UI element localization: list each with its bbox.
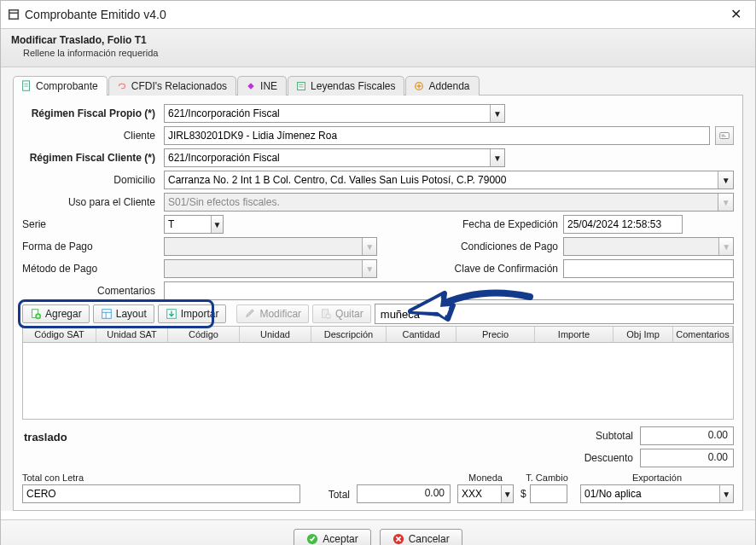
uso-cliente-value (165, 194, 718, 210)
label-metodo-pago: Método de Pago (22, 263, 159, 275)
chevron-down-icon[interactable]: ▼ (719, 485, 733, 502)
label-total: Total (307, 489, 350, 503)
link-icon (116, 80, 128, 92)
col-header[interactable]: Importe (535, 327, 614, 342)
label-serie: Serie (22, 218, 159, 230)
aceptar-button[interactable]: Aceptar (294, 529, 370, 545)
forma-pago-select: ▼ (164, 237, 377, 256)
col-header[interactable]: Unidad SAT (96, 327, 168, 342)
chevron-down-icon: ▼ (718, 238, 733, 255)
cancel-icon (393, 533, 404, 545)
quitar-button: Quitar (312, 304, 371, 323)
label-domicilio: Domicilio (22, 174, 159, 186)
uso-cliente-select: ▼ (164, 193, 734, 212)
layout-icon (101, 308, 113, 320)
tab-ine[interactable]: INE (237, 76, 287, 96)
svg-rect-10 (720, 133, 730, 139)
moneda-select[interactable]: ▼ (457, 484, 514, 503)
domicilio-select[interactable]: ▼ (164, 171, 734, 189)
label-exportacion: Exportación (580, 473, 734, 483)
svg-rect-15 (102, 310, 111, 319)
cliente-lookup-button[interactable] (715, 126, 734, 145)
page-subtitle: Modificar Traslado, Folio T1 (11, 34, 745, 46)
chevron-down-icon[interactable]: ▼ (501, 485, 513, 502)
totals-area: traslado Subtotal 0.00 Descuento 0.00 (22, 426, 734, 467)
tab-label: Leyendas Fiscales (311, 80, 395, 92)
regimen-propio-select[interactable]: ▼ (164, 104, 505, 123)
clave-conf-value[interactable] (564, 261, 733, 276)
attachment-icon (413, 80, 425, 92)
col-header[interactable]: Unidad (240, 327, 311, 342)
serie-select[interactable]: ▼ (164, 215, 224, 234)
search-value[interactable] (375, 305, 733, 323)
chevron-down-icon: ▼ (718, 194, 733, 211)
serie-value[interactable] (165, 217, 211, 232)
fecha-exp-input[interactable] (563, 215, 683, 234)
col-header[interactable]: Descripción (311, 327, 387, 342)
dialog-footer: Aceptar Cancelar (1, 519, 755, 545)
tab-addenda[interactable]: Addenda (405, 76, 479, 96)
metodo-pago-value (165, 261, 362, 276)
moneda-value[interactable] (458, 486, 501, 502)
cancelar-button[interactable]: Cancelar (380, 529, 462, 545)
tab-leyendas[interactable]: Leyendas Fiscales (288, 76, 404, 96)
comentarios-value[interactable] (165, 283, 733, 299)
clave-conf-input[interactable] (563, 259, 734, 278)
cliente-value[interactable] (165, 128, 709, 143)
label-forma-pago: Forma de Pago (22, 241, 159, 252)
chevron-down-icon: ▼ (362, 260, 376, 277)
svg-rect-0 (9, 10, 19, 20)
regimen-propio-value[interactable] (165, 106, 490, 121)
col-header[interactable]: Cantidad (387, 327, 457, 342)
app-icon (8, 9, 20, 20)
importar-button[interactable]: Importar (158, 304, 227, 323)
metodo-pago-select: ▼ (164, 259, 377, 278)
exportacion-select[interactable]: ▼ (580, 484, 734, 503)
import-icon (166, 308, 177, 320)
domicilio-value[interactable] (165, 172, 718, 188)
tab-label: INE (260, 80, 277, 92)
col-header[interactable]: Obj Imp (614, 327, 673, 342)
label-regimen-cliente: Régimen Fiscal Cliente (*) (22, 152, 159, 164)
layout-button[interactable]: Layout (93, 304, 154, 323)
chevron-down-icon[interactable]: ▼ (490, 105, 504, 122)
chevron-down-icon[interactable]: ▼ (718, 171, 733, 188)
tab-label: Comprobante (36, 80, 98, 92)
svg-rect-5 (247, 83, 253, 89)
items-toolbar: Agregar Layout Importar Modificar Q (22, 304, 734, 324)
chevron-down-icon[interactable]: ▼ (490, 149, 504, 166)
chevron-down-icon: ▼ (362, 238, 376, 255)
modificar-button: Modificar (236, 304, 309, 323)
currency-symbol: $ (520, 488, 526, 500)
label-cliente: Cliente (22, 130, 159, 142)
chevron-down-icon[interactable]: ▼ (211, 216, 223, 233)
agregar-button[interactable]: Agregar (22, 304, 90, 323)
regimen-cliente-value[interactable] (165, 150, 490, 165)
label-cond-pago: Condiciones de Pago (382, 241, 558, 252)
total-letra-value[interactable] (23, 486, 299, 502)
col-header[interactable]: Código (168, 327, 240, 342)
plus-document-icon (30, 308, 42, 320)
card-icon (718, 130, 730, 142)
comentarios-input[interactable] (164, 281, 734, 300)
tcambio-input[interactable] (530, 484, 567, 503)
total-letra-input[interactable] (22, 484, 300, 503)
col-header[interactable]: Precio (457, 327, 535, 342)
items-grid-body[interactable] (22, 343, 734, 420)
cliente-input[interactable] (164, 126, 710, 145)
regimen-cliente-select[interactable]: ▼ (164, 148, 505, 167)
tcambio-value[interactable] (531, 486, 567, 502)
label-tcambio: T. Cambio (520, 473, 573, 483)
label-moneda: Moneda (457, 473, 514, 483)
fecha-exp-value[interactable] (564, 217, 682, 232)
page-instruction: Rellene la información requerida (11, 48, 745, 58)
item-search-input[interactable] (375, 304, 734, 324)
btn-label: Agregar (45, 308, 82, 320)
exportacion-value[interactable] (581, 486, 719, 502)
col-header[interactable]: Comentarios (673, 327, 733, 342)
close-button[interactable]: ✕ (725, 6, 747, 23)
col-header[interactable]: Código SAT (23, 327, 96, 342)
tab-cfdis[interactable]: CFDI's Relacionados (108, 76, 236, 96)
cond-pago-value (564, 239, 718, 254)
tab-comprobante[interactable]: Comprobante (13, 76, 108, 96)
